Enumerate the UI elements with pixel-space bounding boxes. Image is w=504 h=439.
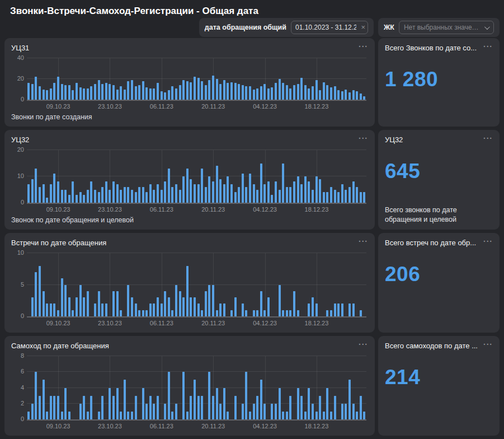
- bar[interactable]: [227, 412, 229, 419]
- bar[interactable]: [249, 86, 251, 100]
- bar[interactable]: [289, 396, 291, 419]
- bar[interactable]: [83, 195, 85, 203]
- bar[interactable]: [145, 87, 148, 100]
- bar[interactable]: [289, 88, 291, 100]
- bar[interactable]: [271, 195, 273, 203]
- bar[interactable]: [304, 85, 307, 100]
- bar[interactable]: [171, 187, 173, 203]
- bar[interactable]: [168, 372, 170, 419]
- bar[interactable]: [138, 187, 140, 203]
- bar[interactable]: [356, 412, 358, 419]
- bar[interactable]: [345, 190, 347, 203]
- bar[interactable]: [101, 84, 103, 100]
- ellipsis-menu-icon[interactable]: ···: [480, 342, 493, 347]
- bar[interactable]: [61, 412, 63, 419]
- bar[interactable]: [282, 164, 284, 203]
- bar[interactable]: [149, 88, 152, 100]
- bar[interactable]: [212, 181, 214, 203]
- bar[interactable]: [205, 187, 207, 203]
- bar[interactable]: [341, 91, 343, 100]
- bar[interactable]: [43, 184, 45, 203]
- bar[interactable]: [260, 86, 262, 100]
- bar[interactable]: [253, 90, 255, 100]
- bar[interactable]: [87, 190, 89, 203]
- bar[interactable]: [131, 190, 133, 203]
- bar[interactable]: [245, 187, 247, 203]
- bar[interactable]: [135, 303, 137, 316]
- bar[interactable]: [263, 84, 266, 100]
- bar[interactable]: [98, 412, 100, 419]
- bar[interactable]: [27, 184, 30, 203]
- bar[interactable]: [234, 192, 237, 203]
- bar[interactable]: [308, 388, 310, 420]
- bar[interactable]: [79, 192, 82, 203]
- bar[interactable]: [72, 181, 74, 203]
- bar[interactable]: [68, 412, 70, 419]
- bar[interactable]: [334, 303, 336, 316]
- bar[interactable]: [201, 81, 203, 100]
- bar[interactable]: [219, 84, 222, 100]
- bar[interactable]: [175, 404, 177, 419]
- bar[interactable]: [39, 266, 41, 316]
- bar[interactable]: [326, 388, 328, 420]
- bar[interactable]: [98, 291, 100, 316]
- bar[interactable]: [31, 297, 34, 316]
- bar[interactable]: [72, 310, 74, 316]
- ellipsis-menu-icon[interactable]: ···: [480, 136, 493, 141]
- bar[interactable]: [179, 291, 181, 316]
- bar[interactable]: [304, 176, 307, 203]
- bar[interactable]: [153, 404, 155, 419]
- bar[interactable]: [223, 388, 225, 420]
- bar[interactable]: [219, 303, 222, 316]
- bar[interactable]: [219, 404, 222, 419]
- bar[interactable]: [43, 291, 45, 316]
- bar[interactable]: [83, 297, 85, 316]
- bar[interactable]: [53, 303, 55, 316]
- bar[interactable]: [131, 80, 133, 100]
- bar[interactable]: [164, 291, 166, 316]
- bar[interactable]: [164, 181, 166, 203]
- bar[interactable]: [263, 310, 266, 316]
- bar[interactable]: [234, 83, 237, 100]
- bar[interactable]: [286, 310, 288, 316]
- bar[interactable]: [53, 396, 55, 419]
- bar[interactable]: [297, 84, 299, 100]
- bar[interactable]: [256, 310, 258, 316]
- bar[interactable]: [112, 291, 115, 316]
- bar[interactable]: [138, 85, 140, 100]
- bar[interactable]: [171, 412, 173, 419]
- bar[interactable]: [238, 187, 240, 203]
- bar[interactable]: [253, 310, 255, 316]
- bar[interactable]: [341, 303, 343, 316]
- bar[interactable]: [230, 184, 233, 203]
- bar[interactable]: [208, 80, 210, 100]
- bar[interactable]: [245, 372, 247, 419]
- bar[interactable]: [312, 190, 314, 203]
- bar[interactable]: [157, 297, 159, 316]
- bar[interactable]: [109, 84, 111, 100]
- bar[interactable]: [330, 187, 332, 203]
- bar[interactable]: [101, 303, 103, 316]
- bar[interactable]: [39, 86, 41, 100]
- bar[interactable]: [286, 85, 288, 100]
- bar[interactable]: [242, 404, 244, 419]
- bar[interactable]: [297, 310, 299, 316]
- bar[interactable]: [186, 266, 189, 316]
- bar[interactable]: [260, 380, 262, 419]
- bar[interactable]: [116, 90, 119, 100]
- bar[interactable]: [90, 396, 92, 419]
- bar[interactable]: [153, 88, 155, 100]
- bar[interactable]: [186, 169, 189, 203]
- bar[interactable]: [131, 412, 133, 419]
- bar[interactable]: [363, 192, 365, 203]
- bar[interactable]: [282, 412, 284, 419]
- bar[interactable]: [43, 90, 45, 100]
- bar[interactable]: [323, 82, 325, 100]
- bar[interactable]: [330, 310, 332, 316]
- bar[interactable]: [149, 303, 152, 316]
- bar[interactable]: [260, 291, 262, 316]
- bar[interactable]: [39, 396, 41, 419]
- bar[interactable]: [348, 303, 351, 316]
- bar[interactable]: [145, 310, 148, 316]
- bar[interactable]: [275, 181, 277, 203]
